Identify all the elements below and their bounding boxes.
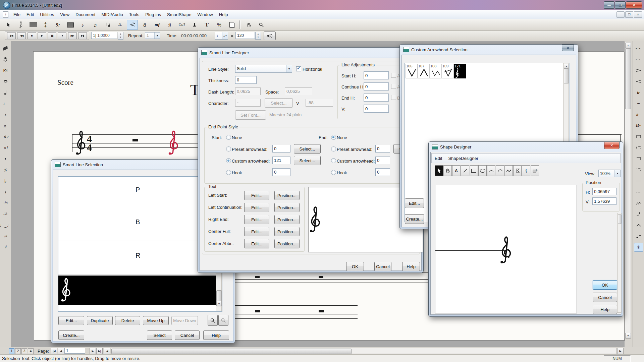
- bracket-tool-icon[interactable]: [634, 132, 643, 141]
- line-tool-icon[interactable]: [461, 165, 469, 176]
- playback-counter[interactable]: 1| 1|0000: [91, 32, 117, 39]
- start-custom-radio[interactable]: [226, 158, 231, 163]
- half-step-up-icon[interactable]: +½: [1, 198, 10, 207]
- record-button-icon[interactable]: ●: [58, 32, 66, 39]
- menu-item-help[interactable]: Help: [216, 11, 231, 18]
- scroll-up-arrow[interactable]: ▲: [625, 43, 631, 48]
- curve-tool-icon[interactable]: [496, 165, 504, 176]
- mdi-close-button[interactable]: ✕: [634, 11, 642, 18]
- right-end-position-button[interactable]: Position...: [274, 215, 300, 224]
- help-button[interactable]: Help: [402, 262, 420, 271]
- tempo-spinner[interactable]: ▲▼: [255, 32, 261, 40]
- list-item[interactable]: B: [136, 218, 140, 226]
- go-to-end-button-icon[interactable]: ▶▮: [78, 32, 87, 39]
- center-full-edit-button[interactable]: Edit...: [244, 227, 269, 236]
- text-tool-icon[interactable]: A: [452, 165, 461, 176]
- tuplet-entry-tool-icon[interactable]: ♫³: [1, 232, 10, 241]
- left-start-position-button[interactable]: Position...: [274, 191, 300, 200]
- edit-button[interactable]: Edit...: [405, 198, 424, 208]
- tempo-value-input[interactable]: 120: [235, 32, 255, 39]
- red-treble-clef[interactable]: [167, 129, 179, 157]
- dashed-slur-tool-icon[interactable]: (: [634, 55, 643, 64]
- close-button[interactable]: ✕: [604, 142, 620, 149]
- smart-shape-tool-icon[interactable]: [127, 20, 138, 30]
- trill-tool-icon[interactable]: tr: [634, 88, 643, 97]
- zoom-in-button[interactable]: [218, 315, 228, 326]
- start-custom-input[interactable]: 121: [272, 157, 290, 164]
- quarter-note-icon[interactable]: ♩: [1, 99, 10, 108]
- repitch-tool-icon[interactable]: [1, 55, 10, 64]
- center-abbr-position-button[interactable]: Position...: [274, 239, 300, 248]
- repeat-combo[interactable]: 1▼: [145, 32, 160, 39]
- character-select-button[interactable]: Select...: [265, 98, 293, 108]
- move-down-button[interactable]: Move Down: [171, 316, 198, 325]
- arrowhead-cell-121[interactable]: 121: [454, 64, 466, 78]
- start-preset-radio[interactable]: [226, 146, 231, 152]
- simple-entry-tool-icon[interactable]: ♪: [77, 20, 88, 30]
- horizontal-checkbox[interactable]: [296, 66, 301, 71]
- start-hook-radio[interactable]: [226, 170, 231, 175]
- menu-item-file[interactable]: File: [10, 11, 23, 18]
- glissando-tool-icon[interactable]: [634, 198, 643, 207]
- bend-tool-icon[interactable]: [634, 209, 643, 219]
- cancel-button[interactable]: Cancel: [175, 330, 200, 340]
- scroll-thumb[interactable]: [625, 48, 631, 109]
- menu-item-view[interactable]: View: [57, 11, 72, 18]
- mdi-minimize-button[interactable]: —: [616, 11, 625, 18]
- selection-tool-icon[interactable]: [3, 20, 14, 30]
- sixteenth-note-icon[interactable]: ♬: [1, 121, 10, 130]
- staff-tool-icon[interactable]: [15, 20, 26, 30]
- select-tool-icon[interactable]: [435, 165, 443, 176]
- vertical-scrollbar[interactable]: ▲ ▼: [625, 42, 631, 339]
- half-step-down-icon[interactable]: -½: [1, 209, 10, 219]
- arrowhead-cell-109[interactable]: 109: [442, 64, 454, 78]
- window-titlebar[interactable]: Finale 2014.5 - [Untitled2] — ❐ ✕: [0, 0, 644, 10]
- dashed-bracket-tool-icon[interactable]: [634, 143, 643, 152]
- scroll-thumb[interactable]: [216, 290, 222, 301]
- scroll-thumb[interactable]: [618, 215, 622, 224]
- trill-extension-tool-icon[interactable]: ~: [634, 99, 643, 108]
- custom-smart-line-tool-icon[interactable]: ✳: [634, 243, 643, 252]
- flat-icon[interactable]: ♭: [1, 176, 10, 185]
- line-tool-icon[interactable]: [634, 176, 643, 185]
- bracket-tool-icon[interactable]: {: [522, 165, 530, 176]
- stop-button-icon[interactable]: ■: [28, 32, 36, 39]
- speedy-entry-tool-icon[interactable]: ♫: [90, 20, 101, 30]
- ottava-tool-icon[interactable]: 8··: [634, 110, 643, 119]
- adj-v-input[interactable]: 0: [364, 105, 389, 113]
- first-page-button[interactable]: |◀: [51, 348, 57, 354]
- start-custom-select-button[interactable]: Select...: [294, 156, 321, 165]
- v-input[interactable]: 1,57639: [592, 197, 616, 205]
- shape-line[interactable]: [435, 250, 507, 251]
- speaker-button[interactable]: [264, 32, 276, 40]
- left-start-edit-button[interactable]: Edit...: [244, 191, 269, 200]
- arrowhead-cell-108[interactable]: 108: [430, 64, 442, 78]
- minimize-button[interactable]: —: [604, 1, 614, 9]
- measure-tool-icon[interactable]: [65, 20, 76, 30]
- shape-handle[interactable]: [508, 256, 509, 258]
- last-page-button[interactable]: ▶|: [96, 348, 103, 354]
- augmentation-dot-icon[interactable]: •: [1, 154, 10, 163]
- menu-item-plug-ins[interactable]: Plug-ins: [142, 11, 164, 18]
- insert-notes-tool-icon[interactable]: |O|: [1, 66, 10, 75]
- counter-spinner[interactable]: ▲▼: [118, 32, 123, 40]
- arc-tool-icon[interactable]: [487, 165, 495, 176]
- mdi-restore-button[interactable]: ❐: [625, 11, 633, 18]
- set-font-button[interactable]: Set Font...: [235, 110, 266, 120]
- left-continuation-position-button[interactable]: Position...: [274, 203, 300, 212]
- menu-item-smartshape[interactable]: SmartShape: [164, 11, 194, 18]
- space-input[interactable]: 0,0625: [285, 87, 312, 95]
- horizontal-scrollbar[interactable]: [111, 348, 616, 354]
- next-page-button[interactable]: ▶: [90, 348, 96, 354]
- page-tab-2[interactable]: 2: [15, 348, 21, 354]
- text-tool-icon[interactable]: T: [201, 20, 212, 30]
- ok-button[interactable]: OK: [346, 262, 364, 271]
- resize-tool-icon[interactable]: %: [214, 20, 225, 30]
- h-input[interactable]: 0,06597: [592, 188, 616, 195]
- lyrics-tool-icon[interactable]: [189, 20, 200, 30]
- scroll-thumb[interactable]: [564, 69, 569, 83]
- tempo-note-selector[interactable]: ♩▲▼: [215, 32, 228, 40]
- bend-hat-tool-icon[interactable]: [634, 232, 643, 241]
- help-button[interactable]: Help: [593, 305, 617, 314]
- end-hook-radio[interactable]: [331, 170, 336, 175]
